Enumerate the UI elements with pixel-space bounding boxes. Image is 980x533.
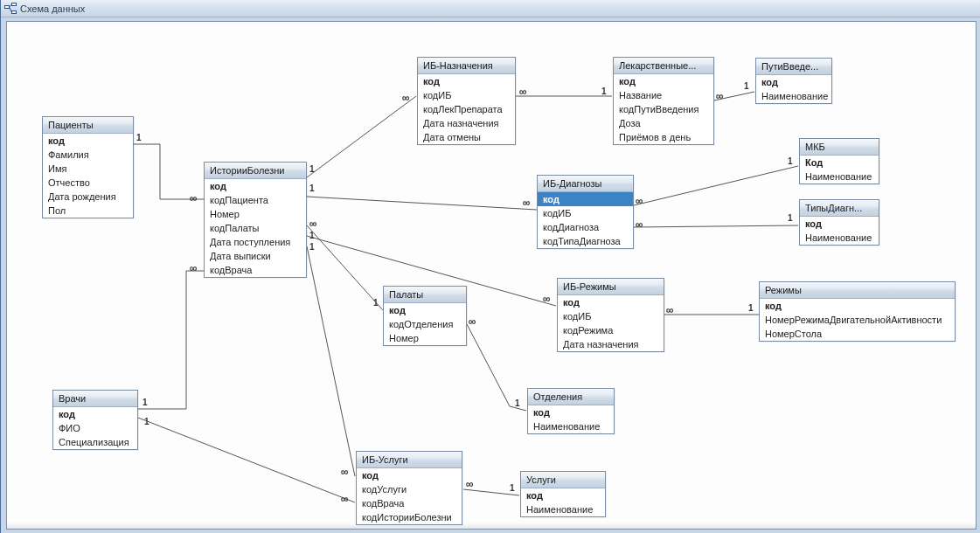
table-body: код кодИБ кодРежима Дата назначения [558,295,664,351]
cardinality-one: 1 [788,156,793,166]
table-body: код кодИБ кодДиагноза кодТипаДиагноза [538,192,633,248]
table-ib-diagnozy[interactable]: ИБ-Диагнозы код кодИБ кодДиагноза кодТип… [537,175,634,249]
field[interactable]: Наименование [521,502,605,516]
field[interactable]: код [614,74,713,88]
field[interactable]: Пол [43,204,133,218]
table-title: ТипыДиагн... [800,200,879,217]
field[interactable]: кодВрача [205,263,306,277]
cardinality-many: ∞ [519,86,527,98]
field[interactable]: Номер [205,207,306,221]
table-rezhimy[interactable]: Режимы код НомерРежимаДвигательнойАктивн… [759,281,956,342]
table-ib-rezhimy[interactable]: ИБ-Режимы код кодИБ кодРежима Дата назна… [557,278,664,352]
field[interactable]: кодТипаДиагноза [538,234,633,248]
field[interactable]: кодИБ [538,206,633,220]
field[interactable]: Наименование [756,89,831,103]
cardinality-many: ∞ [636,218,643,231]
field[interactable]: код [418,74,515,88]
field[interactable]: кодРежима [558,323,664,337]
field[interactable]: Номер [384,331,466,345]
field[interactable]: код [558,295,664,309]
table-body: код ФИО Специализация [53,407,137,449]
field[interactable]: Фамилия [43,148,133,162]
table-body: код Наименование [528,405,614,433]
field[interactable]: НомерСтола [760,327,955,341]
field[interactable]: код [521,488,605,502]
table-lekarstvennye[interactable]: Лекарственные... код Название кодПутиВве… [613,57,714,145]
field[interactable]: кодПациента [205,193,306,207]
window-frame: Схема данных [0,0,980,533]
table-history[interactable]: ИсторииБолезни код кодПациента Номер код… [204,162,307,278]
field[interactable]: код [53,407,137,421]
cardinality-many: ∞ [543,293,551,305]
field[interactable]: ФИО [53,421,137,435]
field[interactable]: код [756,75,831,89]
field[interactable]: код [800,217,879,231]
field[interactable]: Имя [43,162,133,176]
field[interactable]: Специализация [53,435,137,449]
field[interactable]: Дата поступления [205,235,306,249]
table-title: ИБ-Диагнозы [538,176,633,192]
field[interactable]: кодИБ [558,309,664,323]
table-body: код Фамилия Имя Отчество Дата рождения П… [43,134,133,218]
table-ib-nazn[interactable]: ИБ-Назначения код кодИБ кодЛекПрепарата … [417,57,516,145]
cardinality-many: ∞ [341,493,349,505]
field[interactable]: Название [614,88,713,102]
field[interactable]: кодИБ [418,88,515,102]
table-palaty[interactable]: Палаты код кодОтделения Номер [383,286,467,346]
cardinality-many: ∞ [469,315,476,328]
field[interactable]: кодВрача [357,496,462,510]
field[interactable]: Наименование [800,231,879,245]
field[interactable]: кодПалаты [205,221,306,235]
table-title: ИБ-Услуги [357,452,462,468]
field[interactable]: кодОтделения [384,317,466,331]
cardinality-many: ∞ [716,90,724,102]
table-ib-uslugi[interactable]: ИБ-Услуги код кодУслуги кодВрача кодИсто… [356,451,462,525]
table-tipy-diagnozov[interactable]: ТипыДиагн... код Наименование [799,199,879,246]
field[interactable]: кодИсторииБолезни [357,510,462,524]
cardinality-one: 1 [601,87,607,96]
field[interactable]: кодДиагноза [538,220,633,234]
field[interactable]: Дата выписки [205,249,306,263]
table-uslugi[interactable]: Услуги код Наименование [520,471,606,517]
cardinality-many: ∞ [402,92,410,104]
table-vrachi[interactable]: Врачи код ФИО Специализация [52,390,138,450]
cardinality-many: ∞ [309,218,317,230]
table-mkb[interactable]: МКБ Код Наименование [799,138,879,184]
table-title: Врачи [53,391,137,407]
field[interactable]: Наименование [800,170,879,183]
field[interactable]: Дата рождения [43,190,133,204]
field[interactable]: Дата назначения [418,116,515,130]
field[interactable]: Наименование [528,419,614,433]
field[interactable]: код [205,179,306,193]
field[interactable]: код [384,303,466,317]
table-otdeleniya[interactable]: Отделения код Наименование [527,388,615,434]
field[interactable]: Приёмов в день [614,130,713,144]
field[interactable]: Код [800,156,879,170]
field[interactable]: код [357,468,462,482]
field[interactable]: код [760,299,955,313]
relationships-canvas[interactable]: 1 ∞ 1 ∞ 1 ∞ 1 ∞ 1 ∞ ∞ 1 1 ∞ 1 ∞ ∞ 1 [7,22,976,529]
field[interactable]: кодУслуги [357,482,462,496]
field[interactable]: код [538,192,633,206]
field[interactable]: Дата назначения [558,337,664,351]
cardinality-one: 1 [144,417,149,426]
table-title: ПутиВведе... [756,59,831,75]
field[interactable]: Доза [614,116,713,130]
field[interactable]: код [528,405,614,419]
window-titlebar[interactable]: Схема данных [1,0,980,17]
table-patients[interactable]: Пациенты код Фамилия Имя Отчество Дата р… [42,116,134,218]
cardinality-one: 1 [788,213,793,223]
field[interactable]: Отчество [43,176,133,190]
table-title: Услуги [521,472,605,488]
cardinality-one: 1 [309,164,315,174]
cardinality-many: ∞ [636,195,643,207]
cardinality-many: ∞ [523,197,531,209]
field[interactable]: код [43,134,133,148]
field[interactable]: НомерРежимаДвигательнойАктивности [760,313,955,327]
table-title: МКБ [800,139,879,156]
table-puti-vvedeniya[interactable]: ПутиВведе... код Наименование [755,58,832,104]
table-title: Пациенты [43,117,133,134]
field[interactable]: кодПутиВведения [614,102,713,116]
field[interactable]: кодЛекПрепарата [418,102,515,116]
field[interactable]: Дата отмены [418,130,515,144]
